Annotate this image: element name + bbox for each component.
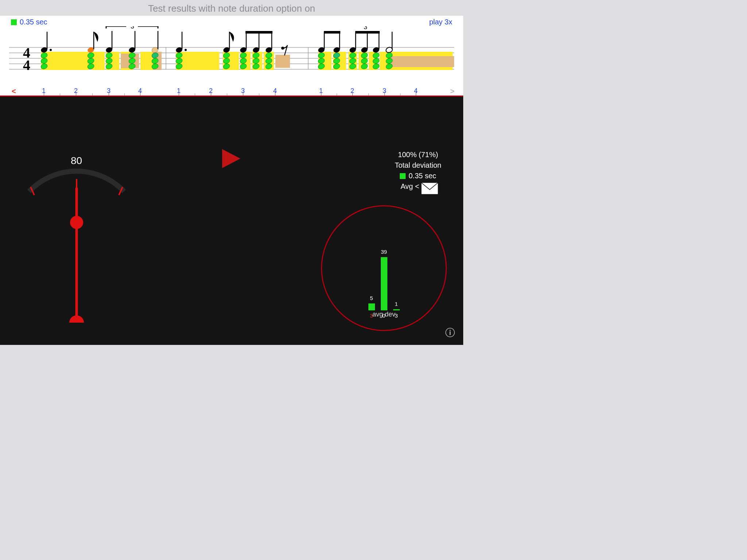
share-mail-button[interactable] [421, 182, 438, 196]
tuplet-label-bar1: 3 [131, 26, 134, 30]
accuracy-square-icon [11, 19, 17, 25]
timing-indicator: 0.35 sec [11, 18, 47, 26]
deviation-chart: 5339013 avg dev [321, 205, 447, 331]
info-button[interactable] [445, 327, 455, 339]
svg-rect-71 [450, 331, 451, 335]
time-sig-bottom: 4 [23, 57, 30, 73]
scroll-left-button[interactable]: < [12, 87, 16, 96]
total-deviation-label: Total deviation [395, 160, 441, 171]
svg-rect-26 [388, 56, 454, 67]
svg-rect-52 [324, 31, 340, 34]
page-title: Test results with note duration option o… [0, 0, 463, 16]
deviation-bar: 390 [381, 249, 387, 319]
svg-rect-59 [355, 31, 380, 34]
svg-marker-67 [222, 149, 240, 168]
timing-value: 0.35 sec [20, 18, 47, 26]
play-icon [221, 148, 243, 170]
music-notation-svg: 4 4 [0, 26, 463, 86]
beat-ruler[interactable]: < > 123412341234 [0, 86, 463, 97]
music-notation-panel[interactable]: 4 4 [0, 26, 463, 86]
svg-point-66 [70, 216, 83, 229]
play-button[interactable] [221, 148, 243, 171]
svg-rect-48 [245, 31, 272, 34]
svg-point-43 [185, 49, 187, 51]
svg-point-49 [281, 47, 284, 50]
percent-line: 100% (71%) [395, 149, 441, 160]
tuplet-label-bar3: 3 [364, 26, 367, 31]
svg-rect-14 [176, 52, 219, 70]
svg-point-70 [449, 330, 450, 331]
play-multiplier-button[interactable]: play 3x [429, 18, 452, 26]
mail-icon [421, 182, 438, 195]
accuracy-square-icon [400, 173, 406, 179]
svg-rect-7 [41, 52, 89, 70]
svg-rect-12 [140, 52, 153, 70]
header-bar: 0.35 sec play 3x [0, 16, 463, 26]
deviation-value: 0.35 sec [409, 171, 436, 181]
svg-point-32 [50, 49, 52, 51]
deviation-chart-title: avg dev [322, 311, 446, 318]
metronome[interactable] [22, 166, 131, 334]
info-icon [445, 327, 455, 338]
tempo-value: 80 [71, 155, 82, 167]
results-panel: 80 100% (71%) Total deviation 0.35 sec A… [0, 97, 463, 345]
svg-rect-19 [275, 55, 290, 68]
scroll-right-button[interactable]: > [450, 87, 454, 96]
